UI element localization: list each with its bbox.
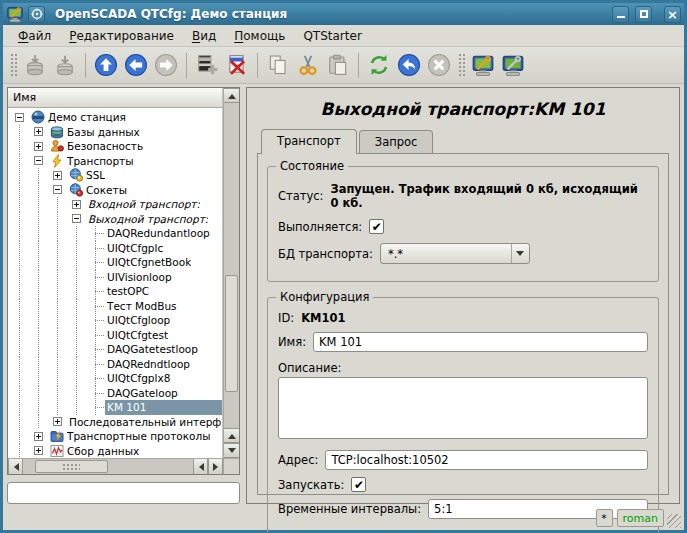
tree-item[interactable]: Входной транспорт:: [10, 197, 222, 212]
tree-horizontal-scrollbar[interactable]: [8, 458, 223, 474]
app-vision-icon[interactable]: [498, 50, 528, 80]
description-field[interactable]: [278, 377, 648, 439]
tab-bar: Транспорт Запрос: [257, 129, 669, 153]
scroll-up-icon[interactable]: [224, 428, 239, 443]
tree-guide: [67, 313, 86, 328]
transport-db-select[interactable]: *.*: [380, 243, 530, 264]
scroll-left-icon[interactable]: [193, 459, 208, 474]
tree-filter-input[interactable]: [7, 482, 240, 504]
window-title: OpenSCADA QTCfg: Демо станция: [55, 7, 287, 21]
start-checkbox[interactable]: ✔: [351, 477, 366, 492]
tree-guide: [10, 299, 29, 314]
tree-expander-expand-icon[interactable]: [34, 142, 43, 151]
tree-expander-expand-icon[interactable]: [72, 200, 81, 209]
tree-item-label: Транспорты: [67, 155, 134, 167]
chevron-down-icon[interactable]: [511, 244, 529, 263]
tree-vertical-scrollbar[interactable]: [223, 88, 239, 458]
tree-item[interactable]: Демо станция: [10, 110, 222, 125]
minimize-icon[interactable]: [612, 6, 629, 23]
toolbar-grip[interactable]: [9, 52, 17, 78]
tree-item[interactable]: Транспортные протоколы: [10, 429, 222, 444]
hscroll-track[interactable]: [23, 459, 193, 474]
app-window: OpenSCADA QTCfg: Демо станция × Файл Ред…: [0, 0, 687, 533]
tree-item[interactable]: UIQtCfgloop: [10, 313, 222, 328]
name-field[interactable]: [313, 332, 648, 352]
tree-item[interactable]: Сокеты: [10, 183, 222, 198]
tree-guide: [29, 255, 48, 270]
vscroll-track[interactable]: [224, 103, 239, 428]
window-menu-icon[interactable]: [28, 6, 45, 23]
app-qtcfg-icon[interactable]: [468, 50, 498, 80]
current-user-badge[interactable]: roman: [617, 509, 664, 527]
load-icon: [20, 50, 50, 80]
address-field[interactable]: [325, 450, 648, 470]
tree-item[interactable]: Безопасность: [10, 139, 222, 154]
tree-guide: [29, 415, 48, 430]
tree-item[interactable]: SSL: [10, 168, 222, 183]
tree-guide: [29, 168, 48, 183]
tree-item[interactable]: UIQtCfgtest: [10, 328, 222, 343]
tree-guide: [10, 313, 29, 328]
tree-expander-expand-icon[interactable]: [34, 446, 43, 455]
refresh-icon[interactable]: [364, 50, 394, 80]
tree-item-label: Безопасность: [67, 140, 143, 152]
toolbar-grip[interactable]: [457, 52, 465, 78]
tree-guide: [86, 342, 105, 357]
tree-item[interactable]: KM 101: [10, 400, 222, 415]
scroll-up-icon[interactable]: [224, 88, 239, 103]
vscroll-thumb[interactable]: [225, 275, 238, 392]
tree-expander-expand-icon[interactable]: [34, 127, 43, 136]
tree-guide: [29, 328, 48, 343]
tree-item[interactable]: DAQGatetestloop: [10, 342, 222, 357]
tab-request[interactable]: Запрос: [359, 130, 434, 153]
tree-guide: [10, 400, 29, 415]
tree-expander-expand-icon[interactable]: [53, 417, 62, 426]
tree-item[interactable]: UIQtCfgnetBook: [10, 255, 222, 270]
tree-item[interactable]: testOPC: [10, 284, 222, 299]
menu-edit[interactable]: Редактирование: [60, 27, 183, 45]
tree-item[interactable]: Сбор данных: [10, 444, 222, 459]
scroll-left-icon[interactable]: [8, 459, 23, 474]
tree-item[interactable]: Выходной транспорт:: [10, 212, 222, 227]
tree-item[interactable]: DAQRedundantloop: [10, 226, 222, 241]
menu-help[interactable]: Помощь: [225, 27, 294, 45]
tree-item[interactable]: Тест ModBus: [10, 299, 222, 314]
tree-header[interactable]: Имя: [8, 88, 223, 108]
tree-guide: [29, 400, 48, 415]
tab-transport[interactable]: Транспорт: [261, 129, 357, 154]
maximize-icon[interactable]: [635, 6, 652, 23]
tree-item[interactable]: Базы данных: [10, 125, 222, 140]
tree-item[interactable]: DAQRedndtloop: [10, 357, 222, 372]
scroll-right-icon[interactable]: [208, 459, 223, 474]
tree-guide: [67, 255, 86, 270]
tree-expander-collapse-icon[interactable]: [34, 156, 43, 165]
tree-expander-expand-icon[interactable]: [53, 171, 62, 180]
menubar: Файл Редактирование Вид Помощь QTStarter: [3, 25, 684, 47]
tree-item[interactable]: UIVisionloop: [10, 270, 222, 285]
tree-item[interactable]: UIQtCfgplc: [10, 241, 222, 256]
scroll-down-icon[interactable]: [224, 443, 239, 458]
running-checkbox[interactable]: ✔: [369, 219, 384, 234]
tree-item[interactable]: Транспорты: [10, 154, 222, 169]
hscroll-thumb[interactable]: [35, 460, 108, 473]
tree-item-label: UIQtCfgtest: [107, 329, 168, 341]
tree-item[interactable]: Последовательный интерф: [10, 415, 222, 430]
tree-expander-expand-icon[interactable]: [34, 432, 43, 441]
tree-expander-collapse-icon[interactable]: [15, 113, 24, 122]
back-icon[interactable]: [121, 50, 151, 80]
item-delete-icon[interactable]: [222, 50, 252, 80]
menu-view[interactable]: Вид: [183, 27, 225, 45]
menu-file[interactable]: Файл: [9, 27, 60, 45]
tree-item[interactable]: DAQGateloop: [10, 386, 222, 401]
cut-icon[interactable]: [293, 50, 323, 80]
config-panel: Выходной транспорт:KM 101 Транспорт Запр…: [246, 87, 680, 504]
up-icon[interactable]: [91, 50, 121, 80]
start-update-icon[interactable]: [394, 50, 424, 80]
tree-expander-collapse-icon[interactable]: [53, 185, 62, 194]
tree-item[interactable]: UIQtCfgplx8: [10, 371, 222, 386]
menu-qtstarter[interactable]: QTStarter: [294, 27, 370, 45]
tree-rows: Демо станцияБазы данныхБезопасностьТранс…: [8, 108, 223, 458]
close-icon[interactable]: ×: [664, 6, 681, 23]
resize-grip[interactable]: [667, 514, 681, 528]
tree-expander-collapse-icon[interactable]: [72, 214, 81, 223]
